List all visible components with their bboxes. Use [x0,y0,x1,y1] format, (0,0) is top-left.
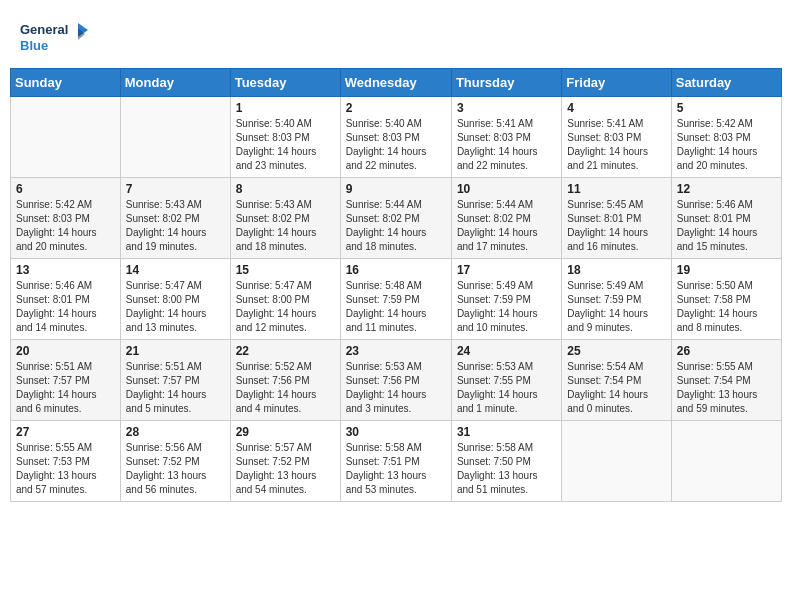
day-info: Sunrise: 5:52 AM Sunset: 7:56 PM Dayligh… [236,360,335,416]
day-number: 23 [346,344,446,358]
calendar-cell: 3Sunrise: 5:41 AM Sunset: 8:03 PM Daylig… [451,97,561,178]
day-number: 11 [567,182,665,196]
day-info: Sunrise: 5:44 AM Sunset: 8:02 PM Dayligh… [346,198,446,254]
day-number: 8 [236,182,335,196]
weekday-header-thursday: Thursday [451,69,561,97]
calendar-cell: 4Sunrise: 5:41 AM Sunset: 8:03 PM Daylig… [562,97,671,178]
day-info: Sunrise: 5:40 AM Sunset: 8:03 PM Dayligh… [236,117,335,173]
day-info: Sunrise: 5:40 AM Sunset: 8:03 PM Dayligh… [346,117,446,173]
calendar-table: SundayMondayTuesdayWednesdayThursdayFrid… [10,68,782,502]
calendar-cell: 12Sunrise: 5:46 AM Sunset: 8:01 PM Dayli… [671,178,781,259]
day-info: Sunrise: 5:48 AM Sunset: 7:59 PM Dayligh… [346,279,446,335]
day-info: Sunrise: 5:53 AM Sunset: 7:56 PM Dayligh… [346,360,446,416]
day-info: Sunrise: 5:42 AM Sunset: 8:03 PM Dayligh… [16,198,115,254]
weekday-header-friday: Friday [562,69,671,97]
day-number: 20 [16,344,115,358]
calendar-cell: 22Sunrise: 5:52 AM Sunset: 7:56 PM Dayli… [230,340,340,421]
calendar-cell: 14Sunrise: 5:47 AM Sunset: 8:00 PM Dayli… [120,259,230,340]
day-number: 17 [457,263,556,277]
calendar-cell: 6Sunrise: 5:42 AM Sunset: 8:03 PM Daylig… [11,178,121,259]
calendar-cell: 1Sunrise: 5:40 AM Sunset: 8:03 PM Daylig… [230,97,340,178]
calendar-cell: 23Sunrise: 5:53 AM Sunset: 7:56 PM Dayli… [340,340,451,421]
calendar-week-3: 13Sunrise: 5:46 AM Sunset: 8:01 PM Dayli… [11,259,782,340]
day-number: 10 [457,182,556,196]
day-number: 6 [16,182,115,196]
day-number: 2 [346,101,446,115]
calendar-cell: 28Sunrise: 5:56 AM Sunset: 7:52 PM Dayli… [120,421,230,502]
calendar-cell: 9Sunrise: 5:44 AM Sunset: 8:02 PM Daylig… [340,178,451,259]
day-number: 1 [236,101,335,115]
calendar-week-4: 20Sunrise: 5:51 AM Sunset: 7:57 PM Dayli… [11,340,782,421]
svg-text:General: General [20,22,68,37]
day-info: Sunrise: 5:41 AM Sunset: 8:03 PM Dayligh… [567,117,665,173]
calendar-cell: 2Sunrise: 5:40 AM Sunset: 8:03 PM Daylig… [340,97,451,178]
day-number: 15 [236,263,335,277]
calendar-cell: 7Sunrise: 5:43 AM Sunset: 8:02 PM Daylig… [120,178,230,259]
day-number: 4 [567,101,665,115]
calendar-cell [120,97,230,178]
calendar-cell: 20Sunrise: 5:51 AM Sunset: 7:57 PM Dayli… [11,340,121,421]
day-number: 29 [236,425,335,439]
day-number: 28 [126,425,225,439]
day-info: Sunrise: 5:53 AM Sunset: 7:55 PM Dayligh… [457,360,556,416]
day-number: 9 [346,182,446,196]
day-info: Sunrise: 5:47 AM Sunset: 8:00 PM Dayligh… [126,279,225,335]
weekday-header-sunday: Sunday [11,69,121,97]
weekday-header-row: SundayMondayTuesdayWednesdayThursdayFrid… [11,69,782,97]
day-number: 12 [677,182,776,196]
day-info: Sunrise: 5:46 AM Sunset: 8:01 PM Dayligh… [677,198,776,254]
logo: General Blue [20,18,90,58]
svg-text:Blue: Blue [20,38,48,53]
logo-svg: General Blue [20,18,90,58]
day-info: Sunrise: 5:56 AM Sunset: 7:52 PM Dayligh… [126,441,225,497]
calendar-cell: 18Sunrise: 5:49 AM Sunset: 7:59 PM Dayli… [562,259,671,340]
day-number: 19 [677,263,776,277]
day-info: Sunrise: 5:49 AM Sunset: 7:59 PM Dayligh… [457,279,556,335]
day-number: 3 [457,101,556,115]
day-number: 25 [567,344,665,358]
day-info: Sunrise: 5:54 AM Sunset: 7:54 PM Dayligh… [567,360,665,416]
calendar-cell: 21Sunrise: 5:51 AM Sunset: 7:57 PM Dayli… [120,340,230,421]
day-number: 31 [457,425,556,439]
calendar-cell: 29Sunrise: 5:57 AM Sunset: 7:52 PM Dayli… [230,421,340,502]
day-info: Sunrise: 5:58 AM Sunset: 7:50 PM Dayligh… [457,441,556,497]
day-number: 14 [126,263,225,277]
calendar-cell [671,421,781,502]
day-info: Sunrise: 5:47 AM Sunset: 8:00 PM Dayligh… [236,279,335,335]
day-number: 24 [457,344,556,358]
calendar-cell: 10Sunrise: 5:44 AM Sunset: 8:02 PM Dayli… [451,178,561,259]
day-info: Sunrise: 5:51 AM Sunset: 7:57 PM Dayligh… [126,360,225,416]
day-info: Sunrise: 5:43 AM Sunset: 8:02 PM Dayligh… [236,198,335,254]
weekday-header-wednesday: Wednesday [340,69,451,97]
day-number: 27 [16,425,115,439]
calendar-week-1: 1Sunrise: 5:40 AM Sunset: 8:03 PM Daylig… [11,97,782,178]
day-info: Sunrise: 5:50 AM Sunset: 7:58 PM Dayligh… [677,279,776,335]
calendar-cell: 31Sunrise: 5:58 AM Sunset: 7:50 PM Dayli… [451,421,561,502]
weekday-header-monday: Monday [120,69,230,97]
day-info: Sunrise: 5:42 AM Sunset: 8:03 PM Dayligh… [677,117,776,173]
day-info: Sunrise: 5:44 AM Sunset: 8:02 PM Dayligh… [457,198,556,254]
day-number: 18 [567,263,665,277]
day-info: Sunrise: 5:55 AM Sunset: 7:54 PM Dayligh… [677,360,776,416]
calendar-week-5: 27Sunrise: 5:55 AM Sunset: 7:53 PM Dayli… [11,421,782,502]
calendar-cell: 25Sunrise: 5:54 AM Sunset: 7:54 PM Dayli… [562,340,671,421]
calendar-cell: 11Sunrise: 5:45 AM Sunset: 8:01 PM Dayli… [562,178,671,259]
calendar-cell: 8Sunrise: 5:43 AM Sunset: 8:02 PM Daylig… [230,178,340,259]
day-info: Sunrise: 5:43 AM Sunset: 8:02 PM Dayligh… [126,198,225,254]
calendar-cell: 13Sunrise: 5:46 AM Sunset: 8:01 PM Dayli… [11,259,121,340]
day-info: Sunrise: 5:55 AM Sunset: 7:53 PM Dayligh… [16,441,115,497]
day-info: Sunrise: 5:57 AM Sunset: 7:52 PM Dayligh… [236,441,335,497]
calendar-cell: 15Sunrise: 5:47 AM Sunset: 8:00 PM Dayli… [230,259,340,340]
day-info: Sunrise: 5:51 AM Sunset: 7:57 PM Dayligh… [16,360,115,416]
day-number: 30 [346,425,446,439]
day-number: 16 [346,263,446,277]
day-number: 26 [677,344,776,358]
weekday-header-tuesday: Tuesday [230,69,340,97]
day-number: 13 [16,263,115,277]
calendar-cell: 30Sunrise: 5:58 AM Sunset: 7:51 PM Dayli… [340,421,451,502]
calendar-cell [562,421,671,502]
day-number: 21 [126,344,225,358]
calendar-cell [11,97,121,178]
calendar-cell: 16Sunrise: 5:48 AM Sunset: 7:59 PM Dayli… [340,259,451,340]
calendar-cell: 19Sunrise: 5:50 AM Sunset: 7:58 PM Dayli… [671,259,781,340]
